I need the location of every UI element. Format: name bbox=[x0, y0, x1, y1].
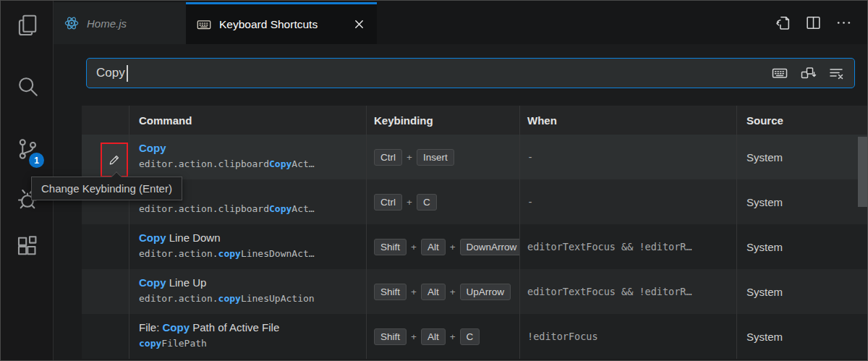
open-changes-icon[interactable] bbox=[774, 14, 792, 32]
command-id: editor.action.copyLinesDownAct… bbox=[139, 246, 366, 261]
command-id: editor.action.clipboardCopyAct… bbox=[139, 201, 366, 216]
table-body: Copy editor.action.clipboardCopyAct… Ctr… bbox=[82, 135, 868, 359]
table-row[interactable]: Copy Line Down editor.action.copyLinesDo… bbox=[82, 224, 868, 269]
key-separator: + bbox=[411, 331, 417, 342]
command-cell: Copy Line Up editor.action.copyLinesUpAc… bbox=[129, 269, 366, 314]
tab-label: Keyboard Shortcuts bbox=[219, 18, 318, 31]
command-title: Copy Line Up bbox=[139, 275, 366, 291]
more-actions-icon[interactable] bbox=[835, 14, 853, 32]
header-source: Source bbox=[736, 106, 868, 135]
row-actions-cell bbox=[82, 224, 129, 269]
close-tab-button[interactable] bbox=[351, 17, 367, 33]
pencil-icon bbox=[108, 153, 122, 167]
command-id: copyFilePath bbox=[139, 336, 366, 351]
tooltip-text: Change Keybinding (Enter) bbox=[41, 182, 172, 195]
row-actions-cell bbox=[82, 135, 129, 179]
editor-actions bbox=[774, 1, 853, 44]
key-chip: C bbox=[417, 194, 437, 211]
annotation-highlight-box bbox=[101, 143, 128, 177]
key-chip: Alt bbox=[421, 328, 446, 345]
command-title: File: Copy Path of Active File bbox=[139, 320, 366, 336]
record-keys-icon[interactable] bbox=[771, 64, 788, 82]
keyboard-icon bbox=[196, 17, 212, 33]
vertical-scrollbar-thumb[interactable] bbox=[858, 137, 867, 207]
keybinding-cell: Ctrl+Insert bbox=[366, 135, 519, 179]
keybinding-cell: Shift+Alt+UpArrow bbox=[366, 269, 519, 314]
row-actions-cell bbox=[82, 314, 129, 359]
key-separator: + bbox=[450, 286, 456, 297]
tab-label: Home.js bbox=[87, 17, 127, 30]
key-separator: + bbox=[407, 197, 412, 208]
split-editor-icon[interactable] bbox=[804, 14, 822, 32]
command-title: Copy bbox=[139, 140, 366, 156]
search-icon bbox=[14, 73, 41, 99]
source-cell: System bbox=[736, 179, 868, 224]
vscode-window: Home.js Keyboard Shortcuts bbox=[0, 0, 868, 361]
key-separator: + bbox=[450, 331, 456, 342]
header-actions bbox=[82, 106, 129, 135]
tab-bar: Home.js Keyboard Shortcuts bbox=[54, 1, 867, 44]
sidebar-item-source-control[interactable]: 1 bbox=[12, 133, 43, 165]
key-chip: Ctrl bbox=[374, 149, 402, 166]
close-icon bbox=[354, 19, 365, 30]
key-separator: + bbox=[411, 286, 417, 297]
files-icon bbox=[14, 12, 41, 38]
command-cell: File: Copy Path of Active File copyFileP… bbox=[129, 314, 366, 359]
change-keybinding-button[interactable] bbox=[102, 144, 127, 176]
keybinding-cell: Ctrl+C bbox=[366, 179, 519, 224]
key-chip: Shift bbox=[374, 328, 407, 345]
key-chip: Shift bbox=[374, 284, 407, 300]
table-row[interactable]: File: Copy Path of Active File copyFileP… bbox=[82, 314, 868, 359]
when-cell: editorTextFocus && !editorR… bbox=[519, 224, 736, 269]
key-chip: Alt bbox=[421, 284, 446, 300]
source-control-badge: 1 bbox=[29, 153, 44, 168]
key-separator: + bbox=[411, 242, 417, 252]
command-cell: Copy editor.action.clipboardCopyAct… bbox=[129, 135, 366, 179]
keybinding-cell: Shift+Alt+DownArrow bbox=[366, 224, 519, 269]
when-cell: - bbox=[519, 179, 736, 224]
command-cell: Copy Line Down editor.action.copyLinesDo… bbox=[129, 224, 366, 269]
key-chip: DownArrow bbox=[460, 239, 519, 255]
key-chip: UpArrow bbox=[460, 284, 511, 300]
react-icon bbox=[64, 15, 80, 31]
key-chip: Insert bbox=[417, 149, 454, 166]
source-cell: System bbox=[736, 269, 868, 314]
table-row[interactable]: Copy editor.action.clipboardCopyAct… Ctr… bbox=[82, 179, 868, 224]
table-row[interactable]: Copy Line Up editor.action.copyLinesUpAc… bbox=[82, 269, 868, 314]
extensions-icon bbox=[14, 234, 41, 260]
clear-sorting-icon[interactable] bbox=[827, 64, 845, 82]
search-value: Copy bbox=[96, 66, 125, 80]
keyboard-shortcuts-editor: Copy bbox=[54, 44, 867, 360]
source-cell: System bbox=[736, 135, 868, 179]
sidebar-item-explorer[interactable] bbox=[12, 9, 43, 41]
key-chip: Alt bbox=[421, 239, 446, 255]
sidebar-item-extensions[interactable] bbox=[12, 231, 43, 263]
source-cell: System bbox=[736, 224, 868, 269]
table-header: Command Keybinding When Source bbox=[82, 106, 868, 135]
text-cursor bbox=[127, 65, 128, 82]
sidebar-item-search[interactable] bbox=[12, 70, 43, 102]
when-cell: editorTextFocus && !editorR… bbox=[519, 269, 736, 314]
search-input[interactable]: Copy bbox=[86, 58, 855, 88]
keybinding-cell: Shift+Alt+C bbox=[366, 314, 519, 359]
tab-keyboard-shortcuts[interactable]: Keyboard Shortcuts bbox=[186, 2, 377, 44]
sort-by-precedence-icon[interactable] bbox=[799, 64, 817, 82]
tab-home-js[interactable]: Home.js bbox=[54, 2, 186, 44]
key-chip: C bbox=[460, 328, 480, 345]
when-cell: - bbox=[519, 135, 736, 179]
header-when: When bbox=[519, 106, 736, 135]
table-row[interactable]: Copy editor.action.clipboardCopyAct… Ctr… bbox=[82, 135, 868, 179]
header-command: Command bbox=[129, 106, 366, 135]
command-id: editor.action.clipboardCopyAct… bbox=[139, 156, 366, 171]
when-cell: !editorFocus bbox=[519, 314, 736, 359]
tooltip: Change Keybinding (Enter) bbox=[31, 177, 182, 200]
key-separator: + bbox=[407, 152, 412, 163]
command-title: Copy Line Down bbox=[139, 230, 366, 246]
header-keybinding: Keybinding bbox=[366, 106, 519, 135]
source-cell: System bbox=[736, 314, 868, 359]
keybindings-table: Command Keybinding When Source Copy edit… bbox=[82, 106, 868, 359]
key-chip: Ctrl bbox=[374, 194, 402, 211]
command-id: editor.action.copyLinesUpAction bbox=[139, 291, 366, 306]
key-chip: Shift bbox=[374, 239, 407, 255]
row-actions-cell bbox=[82, 269, 129, 314]
